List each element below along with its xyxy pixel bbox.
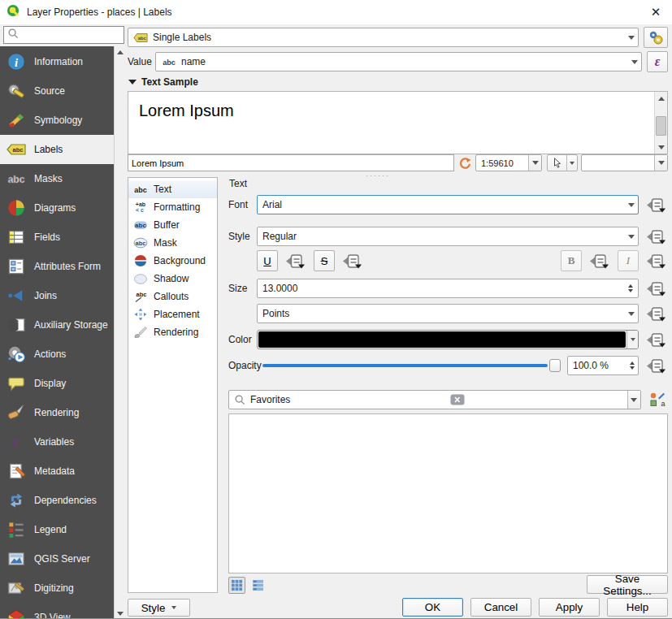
sample-text-field[interactable]: [132, 158, 450, 168]
opacity-slider[interactable]: [262, 357, 561, 374]
expression-builder-button[interactable]: ε: [647, 51, 668, 72]
style-filter-combo[interactable]: Favorites: [228, 390, 641, 409]
bold-button[interactable]: B: [561, 250, 582, 271]
icon-view-button[interactable]: [228, 577, 245, 594]
reset-sample-button[interactable]: [457, 154, 472, 171]
preview-scrollbar[interactable]: [654, 92, 667, 154]
ok-button[interactable]: OK: [402, 598, 463, 617]
chevron-down-icon[interactable]: [654, 155, 667, 171]
spin-arrows-icon[interactable]: [630, 361, 636, 370]
underline-override-button[interactable]: [283, 251, 307, 271]
sample-text-input[interactable]: [128, 154, 454, 171]
italic-button[interactable]: I: [618, 250, 639, 271]
tab-text[interactable]: abc Text: [128, 180, 217, 198]
chevron-down-icon[interactable]: [528, 155, 541, 171]
size-unit-override-button[interactable]: [644, 304, 668, 323]
size-override-button[interactable]: [644, 279, 668, 298]
color-swatch[interactable]: [258, 331, 626, 348]
style-override-button[interactable]: [644, 227, 668, 246]
tab-rendering[interactable]: Rendering: [128, 323, 217, 341]
spin-arrows-icon[interactable]: [628, 284, 635, 292]
automated-placement-settings-button[interactable]: [644, 27, 668, 48]
sidebar-item-attributes-form[interactable]: Attributes Form: [0, 252, 114, 281]
sidebar-item-labels[interactable]: abc Labels: [0, 135, 114, 164]
sidebar-item-metadata[interactable]: Metadata: [0, 457, 114, 486]
scroll-up-icon[interactable]: [655, 93, 667, 104]
apply-button[interactable]: Apply: [539, 598, 600, 617]
help-button[interactable]: Help: [607, 598, 668, 617]
sidebar-item-label: Legend: [34, 524, 67, 535]
mask-tab-icon: abc: [132, 236, 150, 250]
scroll-up-icon[interactable]: [115, 46, 124, 58]
sidebar-item-digitizing[interactable]: Digitizing: [0, 574, 114, 603]
style-menu-button[interactable]: Style: [128, 599, 190, 617]
map-settings-button[interactable]: [547, 154, 578, 171]
scrollbar-thumb[interactable]: [656, 116, 666, 136]
sidebar-item-actions[interactable]: Actions: [0, 340, 114, 369]
list-view-button[interactable]: [249, 577, 267, 594]
strikeout-button[interactable]: S: [314, 250, 335, 271]
sidebar-item-variables[interactable]: ε Variables: [0, 427, 114, 457]
slider-handle[interactable]: [549, 359, 561, 372]
scroll-down-icon[interactable]: [115, 608, 124, 619]
sidebar-item-masks[interactable]: abc Masks: [0, 164, 114, 193]
sidebar-item-source[interactable]: Source: [0, 76, 114, 106]
tab-background[interactable]: Background: [128, 252, 217, 270]
close-icon[interactable]: ✕: [646, 5, 665, 19]
sidebar-item-auxiliary-storage[interactable]: Auxiliary Storage: [0, 310, 114, 340]
bold-override-button[interactable]: [587, 251, 611, 271]
opacity-override-button[interactable]: [644, 356, 668, 375]
tab-buffer[interactable]: abc Buffer: [128, 216, 217, 234]
font-override-button[interactable]: [644, 195, 668, 214]
chevron-down-icon[interactable]: [566, 155, 577, 171]
font-style-select[interactable]: Regular: [257, 227, 639, 246]
underline-label: U: [263, 255, 271, 267]
save-settings-button[interactable]: Save Settings...: [587, 575, 668, 594]
tab-formatting[interactable]: +ab< c Formatting: [128, 198, 217, 216]
sidebar-scrollbar[interactable]: [114, 46, 124, 619]
color-button[interactable]: [257, 330, 639, 349]
sample-background-select[interactable]: [581, 154, 668, 171]
color-override-button[interactable]: [644, 330, 668, 349]
font-select[interactable]: Arial: [257, 195, 639, 214]
sidebar-item-information[interactable]: i Information: [0, 47, 114, 76]
chevron-down-icon: [628, 312, 635, 316]
sidebar-item-3d-view[interactable]: 3D View: [0, 603, 114, 619]
label-mode-select[interactable]: abc Single Labels: [128, 28, 639, 47]
opacity-spinbox[interactable]: 100.0 %: [567, 356, 639, 375]
splitter-handle[interactable]: ······: [358, 171, 398, 180]
sidebar-item-dependencies[interactable]: Dependencies: [0, 486, 114, 515]
tab-placement[interactable]: Placement: [128, 305, 217, 323]
sidebar-item-diagrams[interactable]: Diagrams: [0, 193, 114, 223]
text-sample-section-header[interactable]: Text Sample: [128, 76, 198, 88]
sidebar-item-rendering[interactable]: Rendering: [0, 398, 114, 427]
data-defined-override-icon: [284, 253, 306, 270]
tab-callouts[interactable]: abc Callouts: [128, 288, 217, 305]
style-manager-button[interactable]: a: [647, 390, 668, 409]
preview-scale-select[interactable]: 1:59610: [475, 154, 542, 171]
sidebar-item-symbology[interactable]: Symbology: [0, 106, 114, 135]
tab-mask[interactable]: abc Mask: [128, 234, 217, 252]
chevron-down-icon[interactable]: [627, 391, 640, 409]
italic-override-button[interactable]: [644, 251, 668, 271]
sidebar-item-joins[interactable]: Joins: [0, 281, 114, 310]
text-format-style-list[interactable]: [228, 413, 668, 574]
text-field-icon: abc: [161, 57, 177, 67]
size-spinbox[interactable]: 13.0000: [257, 279, 639, 298]
size-unit-select[interactable]: Points: [257, 304, 639, 323]
clear-filter-icon[interactable]: [450, 394, 465, 405]
sidebar-item-display[interactable]: Display: [0, 369, 114, 398]
chevron-down-icon[interactable]: [626, 331, 638, 348]
scroll-down-icon[interactable]: [655, 141, 667, 153]
data-defined-override-icon: [645, 305, 666, 322]
cancel-button[interactable]: Cancel: [470, 598, 531, 617]
tab-shadow[interactable]: Shadow: [128, 270, 217, 288]
sidebar-search[interactable]: [3, 26, 124, 44]
underline-button[interactable]: U: [257, 250, 278, 271]
sidebar-item-qgis-server[interactable]: QGIS Server: [0, 544, 114, 574]
value-field-select[interactable]: abc name: [155, 52, 642, 71]
strikeout-override-button[interactable]: [340, 251, 364, 271]
sidebar-item-fields[interactable]: Fields: [0, 223, 114, 252]
sidebar-item-legend[interactable]: Legend: [0, 515, 114, 544]
search-input[interactable]: [20, 29, 120, 41]
